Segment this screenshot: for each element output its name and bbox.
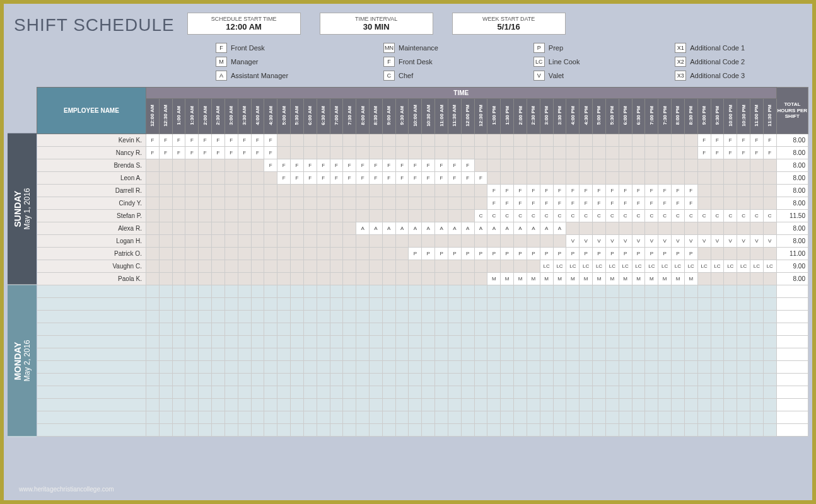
- shift-cell[interactable]: [697, 336, 711, 348]
- shift-cell[interactable]: [658, 323, 672, 336]
- shift-cell[interactable]: [461, 336, 474, 348]
- shift-cell[interactable]: [514, 336, 527, 348]
- shift-cell[interactable]: [277, 411, 291, 424]
- shift-cell[interactable]: [199, 235, 212, 248]
- shift-cell[interactable]: [172, 298, 185, 311]
- shift-cell[interactable]: [199, 311, 212, 323]
- shift-cell[interactable]: [395, 298, 409, 311]
- shift-cell[interactable]: [566, 336, 580, 348]
- shift-cell[interactable]: [553, 348, 566, 361]
- shift-cell[interactable]: [763, 424, 776, 437]
- shift-cell[interactable]: [212, 172, 225, 185]
- shift-cell[interactable]: [172, 348, 185, 361]
- shift-cell[interactable]: [501, 323, 514, 336]
- shift-cell[interactable]: [487, 374, 501, 386]
- shift-cell[interactable]: F: [303, 159, 317, 172]
- shift-cell[interactable]: F: [448, 159, 461, 172]
- shift-cell[interactable]: [553, 159, 566, 172]
- shift-cell[interactable]: F: [605, 197, 619, 210]
- shift-cell[interactable]: F: [632, 197, 645, 210]
- shift-cell[interactable]: [146, 273, 159, 285]
- shift-cell[interactable]: [422, 134, 435, 147]
- shift-cell[interactable]: [763, 411, 776, 424]
- shift-cell[interactable]: [619, 159, 632, 172]
- shift-cell[interactable]: [435, 311, 448, 323]
- shift-cell[interactable]: [291, 374, 304, 386]
- shift-cell[interactable]: [448, 399, 461, 411]
- shift-cell[interactable]: F: [593, 197, 606, 210]
- shift-cell[interactable]: [697, 273, 711, 285]
- shift-cell[interactable]: [527, 386, 540, 399]
- shift-cell[interactable]: [172, 411, 185, 424]
- shift-cell[interactable]: [593, 222, 606, 235]
- shift-cell[interactable]: [343, 273, 356, 285]
- shift-cell[interactable]: [724, 311, 737, 323]
- shift-cell[interactable]: F: [737, 147, 750, 159]
- shift-cell[interactable]: [672, 222, 685, 235]
- shift-cell[interactable]: [382, 210, 395, 222]
- shift-cell[interactable]: [632, 399, 645, 411]
- shift-cell[interactable]: [658, 147, 672, 159]
- shift-cell[interactable]: [303, 285, 317, 298]
- shift-cell[interactable]: P: [580, 248, 593, 260]
- shift-cell[interactable]: [487, 323, 501, 336]
- shift-cell[interactable]: [540, 411, 553, 424]
- shift-cell[interactable]: [317, 336, 330, 348]
- shift-cell[interactable]: [672, 147, 685, 159]
- shift-cell[interactable]: F: [580, 185, 593, 197]
- shift-cell[interactable]: M: [527, 273, 540, 285]
- shift-cell[interactable]: [658, 386, 672, 399]
- shift-cell[interactable]: [461, 348, 474, 361]
- shift-cell[interactable]: [697, 311, 711, 323]
- shift-cell[interactable]: [422, 285, 435, 298]
- shift-cell[interactable]: [370, 361, 383, 374]
- shift-cell[interactable]: [527, 235, 540, 248]
- shift-cell[interactable]: [277, 235, 291, 248]
- shift-cell[interactable]: [645, 336, 658, 348]
- shift-cell[interactable]: F: [697, 134, 711, 147]
- shift-cell[interactable]: [317, 222, 330, 235]
- shift-cell[interactable]: LC: [632, 260, 645, 273]
- shift-cell[interactable]: [395, 235, 409, 248]
- shift-cell[interactable]: [540, 311, 553, 323]
- shift-cell[interactable]: [750, 411, 764, 424]
- shift-cell[interactable]: [343, 185, 356, 197]
- shift-cell[interactable]: [632, 323, 645, 336]
- shift-cell[interactable]: LC: [605, 260, 619, 273]
- shift-cell[interactable]: F: [185, 147, 199, 159]
- shift-cell[interactable]: A: [501, 222, 514, 235]
- shift-cell[interactable]: [605, 374, 619, 386]
- shift-cell[interactable]: [395, 273, 409, 285]
- shift-cell[interactable]: [763, 386, 776, 399]
- shift-cell[interactable]: [382, 323, 395, 336]
- shift-cell[interactable]: [750, 298, 764, 311]
- shift-cell[interactable]: [619, 311, 632, 323]
- shift-cell[interactable]: [172, 210, 185, 222]
- shift-cell[interactable]: C: [724, 210, 737, 222]
- shift-cell[interactable]: [632, 386, 645, 399]
- shift-cell[interactable]: LC: [672, 260, 685, 273]
- shift-cell[interactable]: [146, 285, 159, 298]
- shift-cell[interactable]: V: [724, 235, 737, 248]
- shift-cell[interactable]: [317, 197, 330, 210]
- shift-cell[interactable]: [264, 399, 277, 411]
- shift-cell[interactable]: [330, 210, 343, 222]
- shift-cell[interactable]: [422, 235, 435, 248]
- shift-cell[interactable]: F: [172, 134, 185, 147]
- employee-name-cell[interactable]: Kevin K.: [37, 134, 146, 147]
- shift-cell[interactable]: [251, 260, 264, 273]
- shift-cell[interactable]: [750, 222, 764, 235]
- shift-cell[interactable]: [422, 374, 435, 386]
- shift-cell[interactable]: LC: [684, 260, 697, 273]
- shift-cell[interactable]: LC: [711, 260, 724, 273]
- shift-cell[interactable]: [356, 399, 370, 411]
- shift-cell[interactable]: [645, 361, 658, 374]
- shift-cell[interactable]: [724, 285, 737, 298]
- shift-cell[interactable]: [553, 336, 566, 348]
- shift-cell[interactable]: [711, 323, 724, 336]
- shift-cell[interactable]: [224, 361, 238, 374]
- shift-cell[interactable]: V: [763, 235, 776, 248]
- shift-cell[interactable]: F: [448, 172, 461, 185]
- shift-cell[interactable]: [212, 361, 225, 374]
- employee-name-cell[interactable]: [37, 298, 146, 311]
